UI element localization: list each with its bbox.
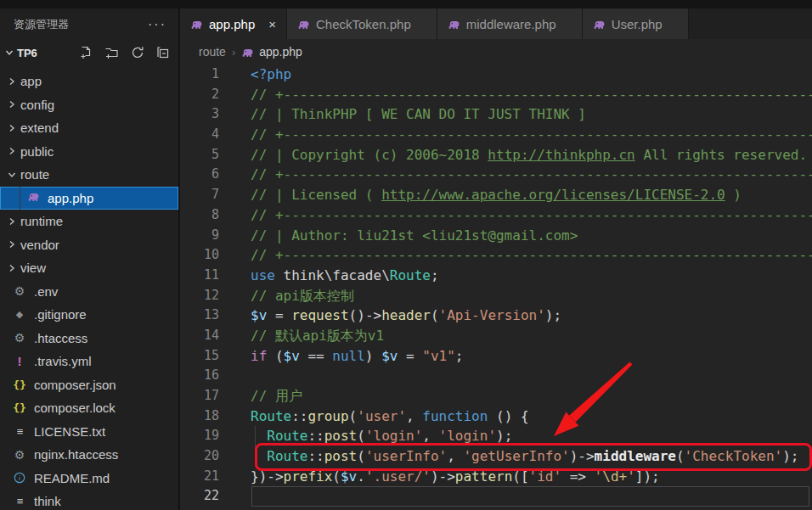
workspace-section-header[interactable]: TP6 [0,41,178,64]
tree-item-label: app.php [48,191,93,205]
breadcrumb-separator: › [232,46,235,59]
tree-item-composer.lock[interactable]: {}composer.lock [0,396,178,420]
tree-item-.htaccess[interactable]: ⚙.htaccess [0,327,178,350]
breadcrumb-file[interactable]: app.php [259,45,302,59]
php-file-icon [25,191,41,205]
tree-item-README.md[interactable]: iREADME.md [0,467,178,490]
tree-item-nginx.htaccess[interactable]: ⚙nginx.htaccess [0,443,178,467]
line-number: 1 [180,64,219,85]
line-number: 7 [180,185,219,205]
line-number: 15 [180,346,219,367]
tree-item-vendor[interactable]: vendor [0,233,178,257]
code-line-2[interactable]: 2// +-----------------------------------… [180,85,812,105]
tree-item-app.php[interactable]: app.php [0,187,178,210]
line-number: 19 [180,426,219,446]
tree-item-.env[interactable]: ⚙.env [0,280,178,304]
code-line-14[interactable]: 14// 默认api版本为v1 [180,326,812,346]
tree-item-view[interactable]: view [0,256,178,280]
line-number: 22 [180,486,219,507]
code-line-7[interactable]: 7// | Licensed ( http://www.apache.org/l… [180,185,812,205]
chevron-right-icon [5,147,19,155]
tree-item-label: app [20,74,42,88]
explorer-header: 资源管理器 ··· [0,8,178,41]
code-editor[interactable]: 1<?php2// +-----------------------------… [180,64,812,510]
code-line-20[interactable]: 20 Route::post('userInfo', 'getUserInfo'… [180,446,812,467]
code-line-19[interactable]: 19 Route::post('login', 'login'); [180,426,812,446]
tab-label: CheckToken.php [316,17,411,31]
tree-item-.gitignore[interactable]: ◆.gitignore [0,303,178,327]
code-line-21[interactable]: 21})->prefix($v.'.user/')->pattern(['id'… [180,467,812,487]
tree-item-think[interactable]: ≡think [0,490,178,510]
line-content: // | Author: liu21st <liu21st@gmail.com> [251,226,578,246]
code-line-22[interactable]: 22 [180,486,812,507]
tree-item-label: vendor [20,238,59,252]
code-line-11[interactable]: 11use think\facade\Route; [180,266,812,286]
breadcrumb-folder[interactable]: route [199,45,226,59]
collapse-all-icon[interactable] [156,46,170,59]
svg-text:i: i [19,474,21,482]
chevron-right-icon [5,240,19,249]
tree-item-label: composer.json [34,378,116,392]
tree-item-runtime[interactable]: runtime [0,210,178,233]
code-line-16[interactable]: 16 [180,366,812,386]
tree-item-composer.json[interactable]: {}composer.json [0,373,178,397]
tree-item-label: .gitignore [34,307,87,322]
line-number: 5 [180,145,219,165]
line-number: 14 [180,326,219,346]
line-number: 8 [180,205,219,226]
line-content: // api版本控制 [251,286,354,306]
tree-item-config[interactable]: config [0,93,178,117]
tree-item-label: LICENSE.txt [34,424,105,439]
code-line-18[interactable]: 18Route::group('user', function () { [180,406,812,427]
chevron-down-icon [5,48,14,57]
code-line-6[interactable]: 6// +-----------------------------------… [180,165,812,185]
close-tab-icon[interactable]: × [268,18,276,31]
tree-item-label: .env [34,284,58,299]
code-line-5[interactable]: 5// | Copyright (c) 2006~2018 http://thi… [180,145,812,165]
line-number: 20 [180,446,219,467]
tree-item-extend[interactable]: extend [0,116,178,140]
tab-label: User.php [612,17,663,31]
tree-item-public[interactable]: public [0,140,178,164]
code-line-9[interactable]: 9// | Author: liu21st <liu21st@gmail.com… [180,226,812,246]
line-content: // | Copyright (c) 2006~2018 http://thin… [251,145,807,165]
new-file-icon[interactable] [79,46,93,59]
tab-User.php[interactable]: User.php [583,8,689,39]
code-line-12[interactable]: 12// api版本控制 [180,286,812,306]
tree-item-label: public [20,144,54,159]
line-number: 2 [180,85,219,105]
new-folder-icon[interactable] [104,46,119,59]
diamond-file-icon: ◆ [12,309,27,320]
tree-item-LICENSE.txt[interactable]: ≡LICENSE.txt [0,420,178,444]
more-actions-icon[interactable]: ··· [148,17,166,32]
line-content: // +------------------------------------… [251,205,812,226]
tree-item-.travis.yml[interactable]: !.travis.yml [0,350,178,373]
line-number: 17 [180,386,219,406]
tab-app.php[interactable]: app.php× [180,8,287,39]
code-line-17[interactable]: 17// 用户 [180,386,812,406]
tab-bar: app.php×CheckToken.phpmiddleware.phpUser… [180,8,812,39]
php-file-icon [593,19,606,30]
code-line-1[interactable]: 1<?php [180,64,812,85]
code-line-3[interactable]: 3// | ThinkPHP [ WE CAN DO IT JUST THINK… [180,104,812,125]
tree-item-route[interactable]: route [0,163,178,187]
tree-item-label: .travis.yml [34,354,92,368]
line-number: 11 [180,266,219,286]
tab-middleware.php[interactable]: middleware.php [437,8,583,39]
tree-item-app[interactable]: app [0,70,178,93]
tree-indent-guide [20,187,20,210]
line-content: // | Licensed ( http://www.apache.org/li… [251,185,742,205]
tree-item-label: route [20,167,49,182]
code-line-15[interactable]: 15if ($v == null) $v = "v1"; [180,346,812,367]
code-line-8[interactable]: 8// +-----------------------------------… [180,205,812,226]
tab-label: app.php [209,17,255,31]
lines-file-icon: ≡ [12,495,27,507]
code-line-13[interactable]: 13$v = request()->header('Api-Version'); [180,305,812,326]
code-line-4[interactable]: 4// +-----------------------------------… [180,125,812,145]
line-number: 13 [180,305,219,326]
tree-item-label: composer.lock [34,401,116,415]
php-file-icon [297,19,310,30]
tab-CheckToken.php[interactable]: CheckToken.php [287,8,437,39]
refresh-icon[interactable] [131,46,144,59]
code-line-10[interactable]: 10// +----------------------------------… [180,245,812,266]
